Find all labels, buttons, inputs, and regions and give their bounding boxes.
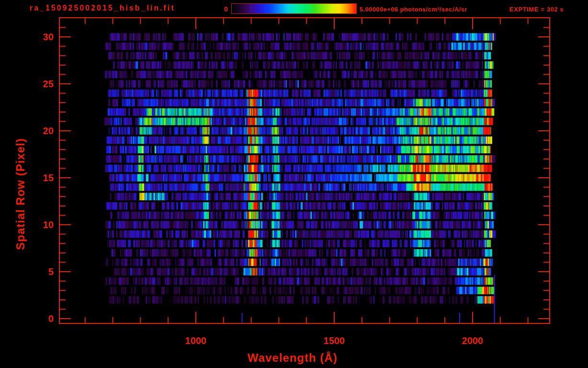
- colorbar-gradient: [231, 3, 357, 14]
- x-axis-title: Wavelength (Å): [248, 351, 338, 365]
- colorbar-max-label: 5.00000e+06 photons/cm²/sec/A/sr: [360, 6, 467, 13]
- exposure-time-label: EXPTIME = 302 s: [509, 6, 564, 13]
- spectral-heatmap-canvas: [0, 0, 588, 368]
- colorbar-min-label: 0: [224, 5, 228, 13]
- fits-viewer-window: ra_150925002015_hisb_lin.fit 0 5.00000e+…: [0, 0, 588, 368]
- y-axis-title: Spatial Row (Pixel): [14, 138, 27, 250]
- fits-filename-title: ra_150925002015_hisb_lin.fit: [30, 4, 175, 12]
